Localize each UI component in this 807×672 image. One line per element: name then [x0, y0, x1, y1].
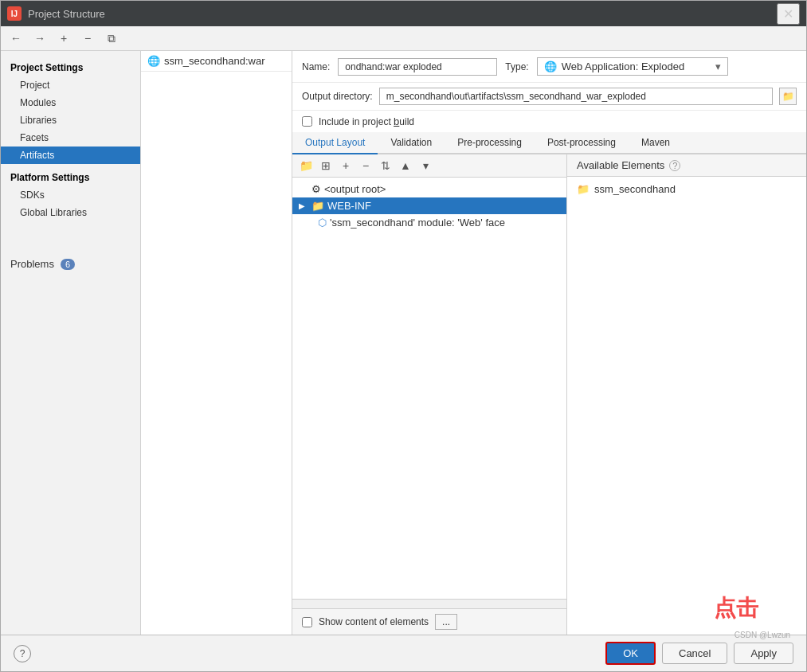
content-panels: 📁 ⊞ + − ⇅ ▲ ▾ ⚙ [292, 154, 806, 635]
webinf-label: WEB-INF [327, 200, 371, 212]
ok-button[interactable]: OK [605, 642, 656, 665]
browse-button[interactable]: 📁 [779, 88, 797, 105]
include-label: Include in project build [319, 115, 414, 127]
tree-toolbar: 📁 ⊞ + − ⇅ ▲ ▾ [292, 154, 566, 178]
sidebar-item-libraries[interactable]: Libraries [1, 111, 140, 129]
watermark-credit: CSDN @Lwzun [735, 631, 790, 639]
project-settings-label: Project Settings [1, 57, 140, 76]
sidebar-item-modules[interactable]: Modules [1, 94, 140, 111]
sidebar-item-project[interactable]: Project [1, 76, 140, 94]
type-select[interactable]: 🌐 Web Application: Exploded ▾ [537, 57, 728, 76]
ellipsis-button[interactable]: ... [435, 614, 457, 630]
dialog-footer: ? OK Cancel Apply [1, 635, 806, 671]
available-elements-label: Available Elements [577, 159, 664, 171]
sidebar-item-sdks[interactable]: SDKs [1, 186, 140, 204]
nav-toolbar: ← → + − ⧉ [1, 26, 806, 51]
close-button[interactable]: ✕ [777, 3, 800, 25]
tree-down-btn[interactable]: ▾ [417, 157, 434, 174]
footer-left: ? [14, 645, 599, 662]
webinf-chevron-icon: ▶ [299, 201, 308, 210]
artifact-item-label: ssm_secondhand:war [164, 55, 264, 67]
tab-maven[interactable]: Maven [629, 132, 683, 154]
tree-panel: 📁 ⊞ + − ⇅ ▲ ▾ ⚙ [292, 154, 567, 635]
module-icon: ⬡ [318, 217, 327, 229]
main-content: Project Settings Project Modules Librari… [1, 51, 806, 635]
dialog-title: Project Structure [28, 8, 777, 20]
copy-artifact-button[interactable]: ⧉ [103, 29, 120, 47]
help-button[interactable]: ? [14, 645, 31, 662]
apply-button[interactable]: Apply [734, 643, 793, 664]
available-help-icon[interactable]: ? [669, 160, 680, 171]
show-content-label: Show content of elements [319, 616, 429, 627]
type-dropdown-arrow: ▾ [715, 61, 721, 72]
output-root-label: <output root> [324, 183, 386, 195]
artifacts-list-panel: 🌐 ssm_secondhand:war [141, 51, 292, 635]
type-value: Web Application: Exploded [562, 61, 684, 72]
tree-content: ⚙ <output root> ▶ 📁 WEB-INF ⬡ [292, 178, 566, 599]
output-dir-row: Output directory: 📁 [292, 83, 806, 111]
add-artifact-button[interactable]: + [55, 29, 72, 47]
available-content: 📁 ssm_secondhand [567, 177, 806, 635]
bottom-panel: Show content of elements ... [292, 608, 566, 635]
available-header: Available Elements ? [567, 154, 806, 177]
sidebar-item-facets[interactable]: Facets [1, 129, 140, 147]
tab-validation[interactable]: Validation [378, 132, 445, 154]
cancel-button[interactable]: Cancel [662, 643, 727, 664]
artifact-type-icon: 🌐 [147, 55, 160, 67]
watermark-text: 点击 [714, 593, 758, 623]
module-label: 'ssm_secondhand' module: 'Web' face [330, 217, 505, 229]
app-icon: IJ [7, 6, 22, 21]
tree-toolbar-sort-btn[interactable]: ⊞ [317, 157, 335, 174]
tree-toolbar-folder-btn[interactable]: 📁 [297, 157, 315, 174]
horizontal-scrollbar[interactable] [292, 599, 566, 608]
project-structure-dialog: IJ Project Structure ✕ ← → + − ⧉ Project… [0, 0, 807, 672]
name-input[interactable] [338, 58, 497, 76]
artifact-item[interactable]: 🌐 ssm_secondhand:war [141, 51, 292, 72]
tab-post-processing[interactable]: Post-processing [535, 132, 629, 154]
tree-remove-btn[interactable]: − [357, 157, 374, 174]
tree-item-webinf[interactable]: ▶ 📁 WEB-INF [292, 197, 566, 214]
available-panel: Available Elements ? 📁 ssm_secondhand [567, 154, 806, 635]
type-label: Type: [505, 61, 528, 72]
title-bar: IJ Project Structure ✕ [1, 1, 806, 26]
tab-output-layout[interactable]: Output Layout [292, 132, 378, 154]
tree-item-module[interactable]: ⬡ 'ssm_secondhand' module: 'Web' face [292, 214, 566, 231]
available-item-label: ssm_secondhand [594, 183, 676, 195]
right-panel: Name: Type: 🌐 Web Application: Exploded … [292, 51, 806, 635]
name-field-row: Name: Type: 🌐 Web Application: Exploded … [292, 51, 806, 83]
available-item-ssm[interactable]: 📁 ssm_secondhand [567, 180, 806, 198]
webinf-folder-icon: 📁 [311, 200, 324, 212]
sidebar: Project Settings Project Modules Librari… [1, 51, 141, 635]
tree-item-output-root[interactable]: ⚙ <output root> [292, 181, 566, 197]
include-checkbox-row: Include in project build [292, 111, 806, 132]
output-root-icon: ⚙ [311, 183, 321, 195]
nav-back-button[interactable]: ← [7, 29, 25, 47]
platform-settings-label: Platform Settings [1, 164, 140, 186]
include-checkbox[interactable] [302, 116, 312, 127]
show-content-checkbox[interactable] [302, 617, 312, 627]
name-label: Name: [302, 61, 330, 72]
problems-badge: 6 [61, 259, 75, 270]
remove-artifact-button[interactable]: − [79, 29, 96, 47]
tree-up-btn[interactable]: ▲ [397, 157, 414, 174]
tree-sort2-btn[interactable]: ⇅ [377, 157, 394, 174]
sidebar-item-artifacts[interactable]: Artifacts [1, 147, 140, 164]
available-folder-icon: 📁 [577, 183, 590, 195]
sidebar-item-problems[interactable]: Problems 6 [1, 253, 140, 275]
content-area: 🌐 ssm_secondhand:war Name: Type: 🌐 Web A… [141, 51, 806, 635]
sidebar-item-global-libraries[interactable]: Global Libraries [1, 204, 140, 221]
tabs-bar: Output Layout Validation Pre-processing … [292, 132, 806, 154]
tab-pre-processing[interactable]: Pre-processing [445, 132, 535, 154]
output-dir-label: Output directory: [302, 91, 373, 102]
tree-add-btn[interactable]: + [337, 157, 355, 174]
type-icon: 🌐 [544, 61, 557, 72]
output-dir-input[interactable] [379, 88, 773, 105]
nav-forward-button[interactable]: → [31, 29, 49, 47]
inner-layout: 🌐 ssm_secondhand:war Name: Type: 🌐 Web A… [141, 51, 806, 635]
